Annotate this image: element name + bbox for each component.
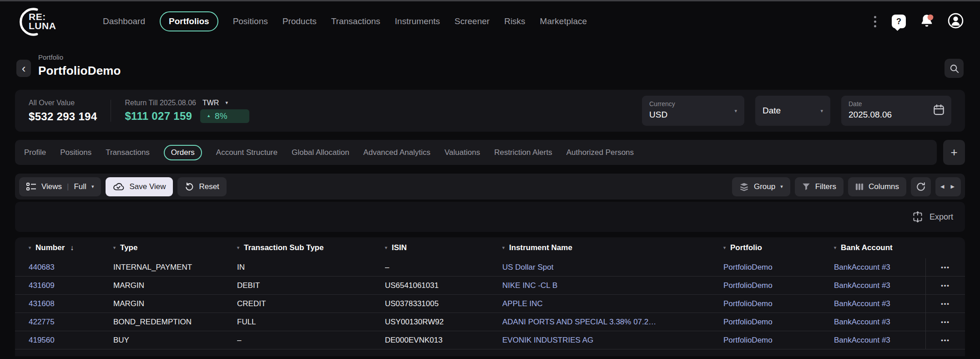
column-header-number[interactable]: ▾ Number ↓ [29,243,113,252]
kebab-menu-icon[interactable] [872,14,878,29]
date-mode-caret-icon[interactable]: ▾ [820,108,823,113]
column-header-bank-account[interactable]: ▾ Bank Account [834,243,925,252]
notifications-bell-icon[interactable] [919,13,934,30]
tab-transactions[interactable]: Transactions [106,148,150,157]
row-menu-icon[interactable]: ••• [941,318,950,325]
export-button[interactable]: Export [912,211,953,223]
row-actions-button[interactable]: ••• [925,331,965,349]
column-header-sub-type[interactable]: ▾ Transaction Sub Type [237,243,385,252]
cell-number[interactable]: 419560 [29,336,113,345]
reset-button[interactable]: Reset [177,177,226,196]
cell-portfolio[interactable]: PortfolioDemo [723,263,834,272]
return-method-caret-icon[interactable]: ▾ [225,100,228,105]
tab-restriction-alerts[interactable]: Restriction Alerts [494,148,552,157]
calendar-icon[interactable] [933,104,945,118]
back-button[interactable]: ‹ [16,60,31,77]
next-icon[interactable]: ▶ [951,184,956,190]
nav-item-instruments[interactable]: Instruments [395,16,440,26]
portfolio-stats-bar: All Over Value $532 293 194 Return Till … [15,90,965,132]
tab-positions[interactable]: Positions [60,148,91,157]
cell-bank-account[interactable]: BankAccount #3 [834,336,925,345]
cell-number[interactable]: 431609 [29,281,113,290]
date-picker-field[interactable]: Date 2025.08.06 [841,96,951,126]
row-menu-icon[interactable]: ••• [941,300,950,307]
tab-authorized-persons[interactable]: Authorized Persons [566,148,634,157]
cell-instrument[interactable]: EVONIK INDUSTRIES AG [502,336,723,345]
cell-portfolio[interactable]: PortfolioDemo [723,336,834,345]
nav-item-screener[interactable]: Screener [455,16,490,26]
nav-item-products[interactable]: Products [283,16,317,26]
column-menu-icon[interactable]: ▾ [834,246,836,250]
cell-bank-account[interactable]: BankAccount #3 [834,281,925,290]
portfolio-tabs-row: Profile Positions Transactions Orders Ac… [15,140,965,165]
cell-bank-account[interactable]: BankAccount #3 [834,263,925,272]
refresh-button[interactable] [911,177,931,196]
tab-global-allocation[interactable]: Global Allocation [292,148,349,157]
cell-instrument[interactable]: US Dollar Spot [502,263,723,272]
column-menu-icon[interactable]: ▾ [237,246,239,250]
user-avatar-icon[interactable] [948,13,964,31]
currency-select[interactable]: Currency USD ▾ [642,96,744,126]
cell-instrument[interactable]: APPLE INC [502,299,723,308]
column-menu-icon[interactable]: ▾ [502,246,505,250]
cell-isin: DE000EVNK013 [385,336,502,345]
tab-valuations[interactable]: Valuations [445,148,480,157]
column-menu-icon[interactable]: ▾ [29,246,31,250]
row-menu-icon[interactable]: ••• [941,264,950,271]
row-actions-button[interactable]: ••• [925,258,965,276]
row-menu-icon[interactable]: ••• [941,337,950,344]
nav-item-risks[interactable]: Risks [504,16,525,26]
nav-item-marketplace[interactable]: Marketplace [540,16,587,26]
nav-item-transactions[interactable]: Transactions [331,16,380,26]
tab-account-structure[interactable]: Account Structure [216,148,278,157]
row-actions-button[interactable]: ••• [925,295,965,313]
search-button[interactable] [945,59,964,78]
tab-orders[interactable]: Orders [164,145,202,160]
cell-number[interactable]: 422775 [29,318,113,327]
cell-type: BOND_REDEMPTION [113,318,237,327]
cell-type: BUY [113,336,237,345]
cell-portfolio[interactable]: PortfolioDemo [723,299,834,308]
views-selector-button[interactable]: Views | Full ▾ [19,177,101,196]
cell-number[interactable]: 431608 [29,299,113,308]
pagination-prev-next-button[interactable]: ◀ ▶ [935,177,961,196]
help-icon[interactable]: ? [892,15,906,28]
row-menu-icon[interactable]: ••• [941,282,950,289]
app-logo[interactable]: RE: LUNA [16,5,85,38]
currency-caret-icon[interactable]: ▾ [734,108,737,113]
save-view-button[interactable]: Save View [106,177,173,196]
sort-desc-icon[interactable]: ↓ [70,244,74,252]
cell-portfolio[interactable]: PortfolioDemo [723,281,834,290]
orders-table: ▾ Number ↓ ▾ Type ▾ Transaction Sub Type… [15,237,965,356]
row-actions-button[interactable]: ••• [925,313,965,331]
portfolio-tabs: Profile Positions Transactions Orders Ac… [15,140,937,165]
cell-number[interactable]: 440683 [29,263,113,272]
nav-item-dashboard[interactable]: Dashboard [103,16,145,26]
group-button[interactable]: Group ▾ [732,177,790,196]
cell-instrument[interactable]: ADANI PORTS AND SPECIAL 3.38% 07.2… [502,318,723,327]
prev-icon[interactable]: ◀ [940,184,945,190]
column-header-portfolio[interactable]: ▾ Portfolio [723,243,834,252]
column-menu-icon[interactable]: ▾ [385,246,387,250]
columns-button[interactable]: Columns [848,177,906,196]
stats-divider [111,100,111,122]
return-method[interactable]: TWR [202,99,219,107]
column-header-type[interactable]: ▾ Type [113,243,237,252]
tab-profile[interactable]: Profile [24,148,46,157]
nav-item-positions[interactable]: Positions [233,16,268,26]
column-menu-icon[interactable]: ▾ [113,246,116,250]
all-over-value: All Over Value $532 293 194 [29,99,97,123]
tab-advanced-analytics[interactable]: Advanced Analytics [364,148,430,157]
nav-item-portfolios[interactable]: Portfolios [160,11,218,31]
column-menu-icon[interactable]: ▾ [723,246,726,250]
cell-portfolio[interactable]: PortfolioDemo [723,318,834,327]
cell-instrument[interactable]: NIKE INC -CL B [502,281,723,290]
column-header-instrument[interactable]: ▾ Instrument Name [502,243,723,252]
row-actions-button[interactable]: ••• [925,277,965,294]
date-mode-select[interactable]: Date ▾ [755,96,830,126]
add-tab-button[interactable]: + [943,140,965,165]
cell-bank-account[interactable]: BankAccount #3 [834,299,925,308]
column-header-isin[interactable]: ▾ ISIN [385,243,502,252]
cell-bank-account[interactable]: BankAccount #3 [834,318,925,327]
filters-button[interactable]: Filters [795,177,844,196]
